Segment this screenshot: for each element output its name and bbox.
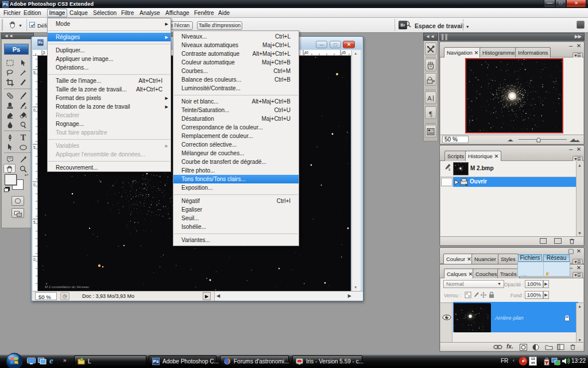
svg-text:0: 0: [33, 108, 36, 112]
svg-text:0: 0: [33, 258, 36, 262]
svg-text:5: 5: [43, 51, 45, 55]
svg-text:40: 40: [304, 51, 309, 55]
svg-text:0: 0: [33, 183, 36, 187]
svg-text:T: T: [21, 133, 26, 142]
svg-text:¶: ¶: [429, 110, 432, 118]
svg-text:5: 5: [33, 220, 36, 224]
svg-text:45: 45: [342, 51, 346, 55]
svg-text:5: 5: [33, 71, 36, 75]
svg-text:5: 5: [33, 145, 36, 150]
svg-text:A: A: [427, 95, 432, 102]
